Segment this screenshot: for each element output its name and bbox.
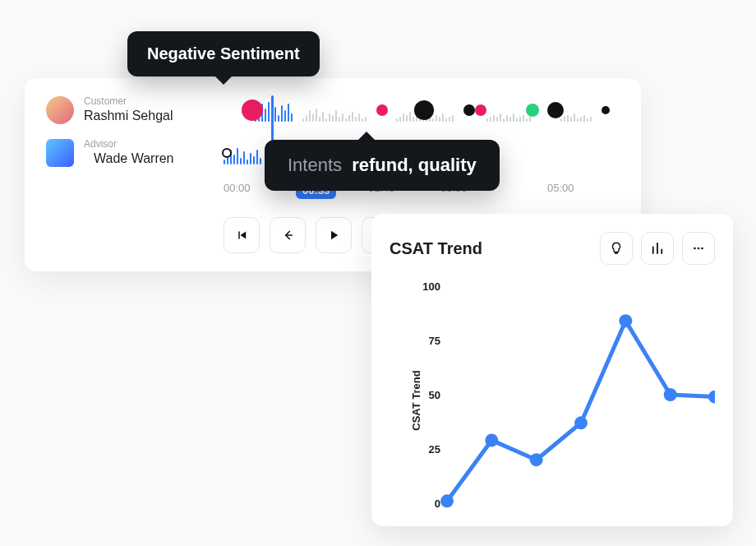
- time-tick: 05:00: [547, 182, 620, 199]
- svg-point-1: [698, 248, 700, 250]
- svg-point-0: [694, 248, 696, 250]
- chart-point[interactable]: [664, 388, 677, 401]
- customer-role-label: Customer: [84, 96, 224, 106]
- customer-text: Customer Rashmi Sehgal: [84, 96, 224, 123]
- csat-chart-card: CSAT Trend CSAT Trend 0255075100: [371, 214, 733, 526]
- more-horizontal-icon: [691, 241, 706, 256]
- advisor-avatar: [46, 139, 74, 167]
- sentiment-marker[interactable]: [463, 104, 475, 116]
- insight-button[interactable]: [600, 232, 633, 265]
- chart-point[interactable]: [574, 416, 588, 429]
- customer-row: Customer Rashmi Sehgal: [46, 96, 620, 124]
- sentiment-marker[interactable]: [602, 106, 610, 114]
- sentiment-tooltip: Negative Sentiment: [127, 31, 320, 76]
- advisor-text: Advisor Wade Warren: [84, 139, 224, 166]
- chart-point[interactable]: [485, 433, 498, 447]
- play-icon: [326, 228, 341, 243]
- prev-button[interactable]: [270, 217, 306, 253]
- skip-start-icon: [234, 228, 249, 243]
- sentiment-marker[interactable]: [242, 99, 263, 121]
- sentiment-marker[interactable]: [547, 102, 564, 118]
- skip-start-button[interactable]: [224, 217, 260, 253]
- bar-chart-icon: [650, 241, 665, 256]
- chart-header: CSAT Trend: [390, 232, 715, 265]
- chart-actions: [600, 232, 715, 265]
- chart-point[interactable]: [530, 453, 543, 466]
- csat-line-svg: [390, 281, 715, 520]
- more-button[interactable]: [682, 232, 715, 265]
- chart-point[interactable]: [708, 391, 715, 404]
- customer-name: Rashmi Sehgal: [84, 108, 224, 123]
- tooltip-arrow-up-icon: [358, 132, 375, 140]
- sentiment-marker[interactable]: [414, 100, 434, 120]
- customer-avatar: [46, 96, 74, 124]
- chart-point[interactable]: [440, 494, 454, 507]
- chart-point[interactable]: [619, 314, 632, 327]
- lightbulb-icon: [609, 241, 624, 256]
- sentiment-tooltip-text: Negative Sentiment: [147, 44, 300, 62]
- customer-waveform[interactable]: [224, 99, 620, 122]
- chart-title: CSAT Trend: [390, 239, 482, 258]
- csat-plot: CSAT Trend 0255075100: [390, 281, 715, 520]
- intents-value: refund, quality: [352, 155, 477, 175]
- tooltip-arrow-down-icon: [215, 76, 232, 85]
- arrow-left-icon: [280, 228, 295, 243]
- intents-label: Intents: [288, 155, 342, 175]
- intents-tooltip: Intents refund, quality: [265, 140, 500, 191]
- sentiment-marker[interactable]: [376, 104, 388, 116]
- sentiment-marker[interactable]: [526, 104, 539, 117]
- advisor-role-label: Advisor: [84, 139, 224, 149]
- sentiment-marker[interactable]: [475, 104, 486, 116]
- play-button[interactable]: [316, 217, 352, 253]
- svg-point-2: [701, 248, 703, 250]
- advisor-marker: [222, 148, 232, 158]
- advisor-name: Wade Warren: [84, 150, 224, 166]
- chart-type-button[interactable]: [641, 232, 674, 265]
